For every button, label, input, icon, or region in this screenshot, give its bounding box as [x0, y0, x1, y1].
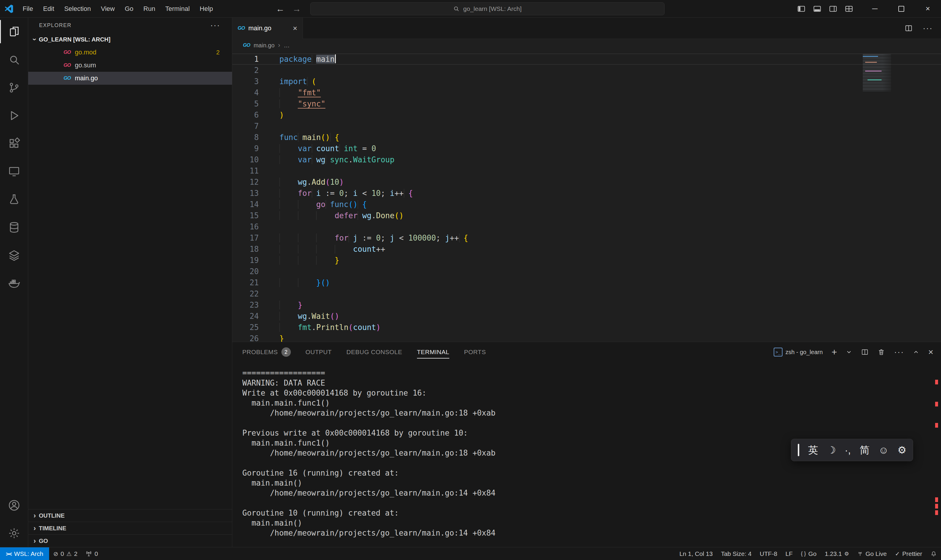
title-bar: FileEditSelectionViewGoRunTerminalHelp ←…: [0, 0, 941, 18]
layers-icon[interactable]: [0, 241, 28, 269]
ports-status[interactable]: 0: [81, 547, 102, 560]
split-editor-icon[interactable]: [904, 24, 913, 32]
panel-tab-output[interactable]: OUTPUT: [306, 342, 332, 362]
line-content: }: [259, 299, 302, 311]
terminal-line: main.main(): [242, 478, 941, 488]
panel-tabs: PROBLEMS2OUTPUTDEBUG CONSOLETERMINALPORT…: [242, 342, 486, 362]
menu-file[interactable]: File: [18, 0, 38, 17]
explorer-title: EXPLORER: [39, 22, 71, 29]
tab-main-go[interactable]: GO main.go ×: [232, 18, 303, 39]
ime-emoji-icon[interactable]: ☺: [878, 445, 889, 455]
ime-toolbar[interactable]: 英 ☽ ·, 简 ☺ ⚙: [791, 439, 913, 461]
encoding[interactable]: UTF-8: [756, 547, 782, 560]
terminal-instance-chip[interactable]: >_ zsh - go_learn: [774, 348, 823, 357]
files-icon[interactable]: [0, 18, 28, 46]
cursor-position[interactable]: Ln 1, Col 13: [675, 547, 717, 560]
menu-terminal[interactable]: Terminal: [160, 0, 195, 17]
code-editor[interactable]: 1package main23import (4 "fmt"5 "sync"6)…: [232, 52, 941, 342]
editor-tab-bar: GO main.go × ···: [232, 18, 941, 39]
extensions-icon[interactable]: [0, 129, 28, 157]
trash-icon[interactable]: [878, 348, 885, 356]
forward-arrow[interactable]: →: [292, 4, 301, 14]
account-icon[interactable]: [0, 491, 28, 519]
prettier-status[interactable]: ✓Prettier: [891, 547, 926, 560]
sidebar-section-go[interactable]: ›GO: [28, 534, 232, 547]
ime-language-toggle[interactable]: 英: [808, 445, 818, 455]
indentation[interactable]: Tab Size: 4: [717, 547, 756, 560]
layout-sidebar-icon[interactable]: [797, 5, 806, 13]
code-line: 7: [232, 121, 941, 132]
search-activity-icon[interactable]: [0, 46, 28, 74]
menu-selection[interactable]: Selection: [59, 0, 96, 17]
sidebar-section-outline[interactable]: ›OUTLINE: [28, 509, 232, 522]
terminal-line: Goroutine 16 (running) created at:: [242, 468, 941, 478]
layout-panel-icon[interactable]: [813, 5, 822, 13]
code-line: 14 go func() {: [232, 199, 941, 210]
panel-more-actions-icon[interactable]: ···: [894, 347, 904, 357]
panel-tab-terminal[interactable]: TERMINAL: [417, 342, 449, 362]
maximize-icon[interactable]: [888, 0, 915, 18]
remote-explorer-icon[interactable]: [0, 157, 28, 185]
run-debug-icon[interactable]: [0, 102, 28, 129]
ime-halfwidth-icon[interactable]: ☽: [827, 445, 836, 455]
testing-icon[interactable]: [0, 185, 28, 213]
menu-help[interactable]: Help: [195, 0, 218, 17]
panel-tab-debug-console[interactable]: DEBUG CONSOLE: [346, 342, 402, 362]
workspace-root-folder[interactable]: › GO_LEARN [WSL: ARCH]: [28, 33, 232, 46]
code-line: 12 wg.Add(10): [232, 177, 941, 188]
settings-gear-icon[interactable]: [0, 519, 28, 547]
split-terminal-icon[interactable]: [861, 348, 869, 356]
line-content: var wg sync.WaitGroup: [259, 154, 394, 165]
menu-edit[interactable]: Edit: [38, 0, 59, 17]
maximize-panel-icon[interactable]: [913, 349, 919, 355]
tab-close-icon[interactable]: ×: [293, 24, 297, 33]
problems-count-badge: 2: [216, 49, 220, 56]
layout-sidebar-right-icon[interactable]: [829, 5, 838, 13]
line-content: func main() {: [259, 132, 339, 143]
ime-simplified-toggle[interactable]: 简: [860, 445, 870, 455]
error-icon: ⊘: [53, 550, 58, 557]
minimap[interactable]: [863, 54, 891, 91]
file-row-go.mod[interactable]: GOgo.mod2: [28, 46, 232, 59]
menu-run[interactable]: Run: [138, 0, 160, 17]
go-version[interactable]: 1.23.1⚙: [821, 547, 853, 560]
remote-indicator[interactable]: >< WSL: Arch: [0, 547, 49, 560]
notifications-bell[interactable]: [926, 547, 941, 560]
close-panel-icon[interactable]: ×: [928, 347, 933, 357]
ime-punctuation-icon[interactable]: ·,: [844, 445, 851, 455]
line-content: }: [259, 333, 284, 342]
panel-tab-label: PORTS: [464, 349, 486, 355]
panel-tab-ports[interactable]: PORTS: [464, 342, 486, 362]
more-actions-icon[interactable]: ···: [923, 23, 933, 33]
go-live[interactable]: Go Live: [853, 547, 891, 560]
menu-go[interactable]: Go: [120, 0, 138, 17]
menu-view[interactable]: View: [96, 0, 120, 17]
database-icon[interactable]: [0, 213, 28, 241]
command-center-search[interactable]: go_learn [WSL: Arch]: [310, 2, 664, 15]
line-content: for j := 0; j < 100000; j++ {: [259, 232, 468, 243]
check-icon: ✓: [895, 550, 900, 557]
terminal-overview-mark: [935, 504, 938, 509]
source-control-icon[interactable]: [0, 74, 28, 102]
eol-sequence[interactable]: LF: [781, 547, 797, 560]
explorer-more-actions-icon[interactable]: ···: [210, 21, 220, 30]
file-row-main.go[interactable]: GOmain.go: [28, 72, 232, 85]
new-terminal-icon[interactable]: +: [832, 347, 837, 358]
panel-tab-problems[interactable]: PROBLEMS2: [242, 342, 291, 362]
docker-icon[interactable]: [0, 269, 28, 297]
language-mode[interactable]: { }Go: [797, 547, 821, 560]
search-box-text: go_learn [WSL: Arch]: [463, 5, 521, 12]
sidebar-section-timeline[interactable]: ›TIMELINE: [28, 522, 232, 534]
file-row-go.sum[interactable]: GOgo.sum: [28, 59, 232, 72]
breadcrumb[interactable]: GO main.go › …: [232, 39, 941, 52]
ime-settings-icon[interactable]: ⚙: [898, 445, 906, 455]
layout-customize-icon[interactable]: [844, 5, 853, 13]
line-content: ): [259, 109, 284, 121]
problems-status[interactable]: ⊘ 0 ⚠ 2: [49, 547, 81, 560]
minimize-icon[interactable]: ─: [862, 0, 888, 18]
code-line: 19 }: [232, 255, 941, 266]
line-content: defer wg.Done(): [259, 210, 404, 221]
chevron-down-icon[interactable]: [846, 349, 852, 355]
close-icon[interactable]: ×: [915, 0, 941, 18]
back-arrow[interactable]: ←: [276, 4, 284, 14]
